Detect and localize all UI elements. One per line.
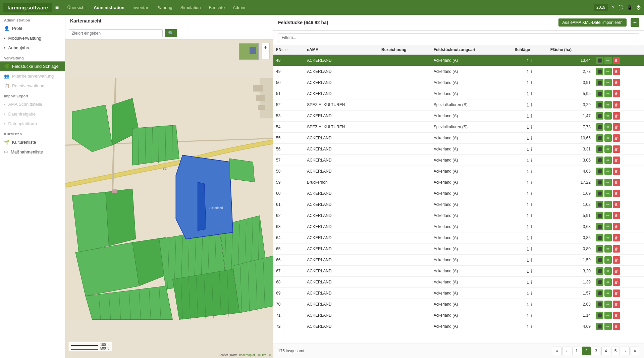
info-button[interactable]: ℹ bbox=[530, 291, 533, 296]
table-row[interactable]: 70 ACKERLAND Ackerland (A) 1 ℹ 2,63 ⬛ ✏ … bbox=[273, 299, 644, 310]
delete-button[interactable]: 🗑 bbox=[613, 223, 620, 230]
export-button[interactable]: ⬛ bbox=[596, 278, 603, 286]
edit-button[interactable]: ✏ bbox=[604, 289, 612, 297]
page-prev-button[interactable]: ‹ bbox=[562, 347, 571, 355]
edit-button[interactable]: ✏ bbox=[604, 278, 612, 286]
export-button[interactable]: ⬛ bbox=[596, 112, 603, 120]
table-row[interactable]: 65 ACKERLAND Ackerland (A) 1 ℹ 0,80 ⬛ ✏ … bbox=[273, 243, 644, 255]
col-fnr[interactable]: FNr ↑ bbox=[273, 45, 304, 55]
info-button[interactable]: ℹ bbox=[530, 202, 533, 207]
edit-button[interactable]: ✏ bbox=[604, 323, 612, 330]
edit-button[interactable]: ✏ bbox=[604, 256, 612, 264]
page-last-button[interactable]: » bbox=[631, 347, 639, 355]
page-first-button[interactable]: « bbox=[553, 347, 561, 355]
edit-button[interactable]: ✏ bbox=[604, 101, 612, 108]
sidebar-item-kulturenliste[interactable]: 🌱 Kulturenliste bbox=[0, 137, 65, 147]
edit-button[interactable]: ✏ bbox=[604, 90, 612, 97]
table-row[interactable]: 62 ACKERLAND Ackerland (A) 1 ℹ 5,91 ⬛ ✏ … bbox=[273, 210, 644, 221]
hamburger-menu[interactable]: ≡ bbox=[55, 4, 59, 11]
table-row[interactable]: 51 ACKERLAND Ackerland (A) 1 ℹ 5,95 ⬛ ✏ … bbox=[273, 88, 644, 99]
info-button[interactable]: ℹ bbox=[530, 324, 533, 329]
table-row[interactable]: 54 SPEZIALKULTUREN Spezialkulturen (S) 1… bbox=[273, 122, 644, 133]
mobile-icon[interactable]: 📱 bbox=[627, 5, 632, 10]
info-button[interactable]: ℹ bbox=[530, 280, 533, 285]
edit-button[interactable]: ✏ bbox=[604, 212, 612, 219]
logout-icon[interactable]: ⏻ bbox=[636, 5, 641, 10]
export-button[interactable]: ⬛ bbox=[596, 168, 603, 175]
edit-button[interactable]: ✏ bbox=[604, 179, 612, 186]
export-button[interactable]: ⬛ bbox=[596, 267, 603, 275]
nav-administration[interactable]: Administration bbox=[90, 3, 128, 12]
table-row[interactable]: 69 ACKERLAND Ackerland (A) 1 ℹ 1,57 ⬛ ✏ … bbox=[273, 288, 644, 299]
nav-inventar[interactable]: Inventar bbox=[129, 3, 152, 12]
edit-button[interactable]: ✏ bbox=[604, 57, 612, 64]
table-row[interactable]: 53 ACKERLAND Ackerland (A) 1 ℹ 1,47 ⬛ ✏ … bbox=[273, 110, 644, 122]
info-button[interactable]: ℹ bbox=[530, 69, 533, 74]
sidebar-item-feldstuecke[interactable]: 🌿 Feldstücke und Schläge bbox=[0, 61, 65, 71]
edit-button[interactable]: ✏ bbox=[604, 68, 612, 75]
delete-button[interactable]: 🗑 bbox=[613, 245, 620, 253]
info-button[interactable]: ℹ bbox=[530, 102, 533, 107]
edit-button[interactable]: ✏ bbox=[604, 112, 612, 120]
delete-button[interactable]: 🗑 bbox=[613, 289, 620, 297]
edit-button[interactable]: ✏ bbox=[604, 168, 612, 175]
table-row[interactable]: 49 ACKERLAND Ackerland (A) 1 ℹ 2,73 ⬛ ✏ … bbox=[273, 66, 644, 77]
sidebar-item-profil[interactable]: 👤 Profil bbox=[0, 24, 65, 33]
edit-button[interactable]: ✏ bbox=[604, 245, 612, 253]
export-button[interactable]: ⬛ bbox=[596, 68, 603, 75]
nav-planung[interactable]: Planung bbox=[153, 3, 176, 12]
delete-button[interactable]: 🗑 bbox=[613, 123, 620, 131]
edit-button[interactable]: ✏ bbox=[604, 79, 612, 86]
table-row[interactable]: 72 ACKERLAND Ackerland (A) 1 ℹ 4,69 ⬛ ✏ … bbox=[273, 321, 644, 332]
table-row[interactable]: 63 ACKERLAND Ackerland (A) 1 ℹ 3,68 ⬛ ✏ … bbox=[273, 221, 644, 232]
edit-button[interactable]: ✏ bbox=[604, 312, 612, 319]
table-row[interactable]: 52 SPEZIALKULTUREN Spezialkulturen (S) 1… bbox=[273, 99, 644, 110]
nav-ubersicht[interactable]: Übersicht bbox=[64, 3, 89, 12]
delete-button[interactable]: 🗑 bbox=[613, 134, 620, 142]
delete-button[interactable]: 🗑 bbox=[613, 212, 620, 219]
info-button[interactable]: ℹ bbox=[530, 180, 533, 185]
edit-button[interactable]: ✏ bbox=[604, 234, 612, 241]
delete-button[interactable]: 🗑 bbox=[613, 168, 620, 175]
nav-admin[interactable]: Admin bbox=[229, 3, 249, 12]
export-button[interactable]: ⬛ bbox=[596, 234, 603, 241]
sidebar-item-anbaujahre[interactable]: ▪ Anbaujahre bbox=[0, 43, 65, 53]
edit-button[interactable]: ✏ bbox=[604, 267, 612, 275]
delete-button[interactable]: 🗑 bbox=[613, 57, 620, 64]
table-row[interactable]: 60 ACKERLAND Ackerland (A) 1 ℹ 1,69 ⬛ ✏ … bbox=[273, 188, 644, 199]
info-button[interactable]: ℹ bbox=[530, 91, 533, 96]
export-button[interactable]: ⬛ bbox=[596, 90, 603, 97]
table-row[interactable]: 55 ACKERLAND Ackerland (A) 1 ℹ 10,65 ⬛ ✏… bbox=[273, 133, 644, 144]
delete-button[interactable]: 🗑 bbox=[613, 278, 620, 286]
nav-berichte[interactable]: Berichte bbox=[205, 3, 228, 12]
add-button[interactable]: + bbox=[631, 18, 639, 27]
info-button[interactable]: ℹ bbox=[530, 80, 533, 85]
help-icon[interactable]: ? bbox=[612, 5, 614, 10]
edit-button[interactable]: ✏ bbox=[604, 156, 612, 164]
export-button[interactable]: ⬛ bbox=[596, 323, 603, 330]
edit-button[interactable]: ✏ bbox=[604, 145, 612, 153]
page-2-button[interactable]: 2 bbox=[582, 347, 591, 355]
export-button[interactable]: ⬛ bbox=[596, 312, 603, 319]
info-button[interactable]: ℹ bbox=[530, 313, 533, 318]
table-row[interactable]: 61 ACKERLAND Ackerland (A) 1 ℹ 1,02 ⬛ ✏ … bbox=[273, 199, 644, 210]
export-button[interactable]: ⬛ bbox=[596, 179, 603, 186]
map-search-button[interactable]: 🔍 bbox=[165, 29, 177, 37]
info-button[interactable]: ℹ bbox=[530, 125, 533, 130]
delete-button[interactable]: 🗑 bbox=[613, 101, 620, 108]
table-row[interactable]: 64 ACKERLAND Ackerland (A) 1 ℹ 0,85 ⬛ ✏ … bbox=[273, 232, 644, 243]
export-button[interactable]: ⬛ bbox=[596, 123, 603, 131]
edit-button[interactable]: ✏ bbox=[604, 223, 612, 230]
filter-input[interactable] bbox=[278, 33, 639, 42]
table-row[interactable]: 59 Bruckerhöh Ackerland (A) 1 ℹ 17,22 ⬛ … bbox=[273, 177, 644, 188]
table-row[interactable]: 57 ACKERLAND Ackerland (A) 1 ℹ 3,06 ⬛ ✏ … bbox=[273, 155, 644, 166]
edit-button[interactable]: ✏ bbox=[604, 190, 612, 197]
table-row[interactable]: 56 ACKERLAND Ackerland (A) 1 ℹ 3,31 ⬛ ✏ … bbox=[273, 144, 644, 155]
delete-button[interactable]: 🗑 bbox=[613, 323, 620, 330]
zoom-in-button[interactable]: + bbox=[262, 43, 270, 51]
edit-button[interactable]: ✏ bbox=[604, 301, 612, 308]
export-button[interactable]: ⬛ bbox=[596, 301, 603, 308]
table-row[interactable]: 67 ACKERLAND Ackerland (A) 1 ℹ 3,20 ⬛ ✏ … bbox=[273, 266, 644, 277]
export-button[interactable]: ⬛ bbox=[596, 145, 603, 153]
delete-button[interactable]: 🗑 bbox=[613, 79, 620, 86]
